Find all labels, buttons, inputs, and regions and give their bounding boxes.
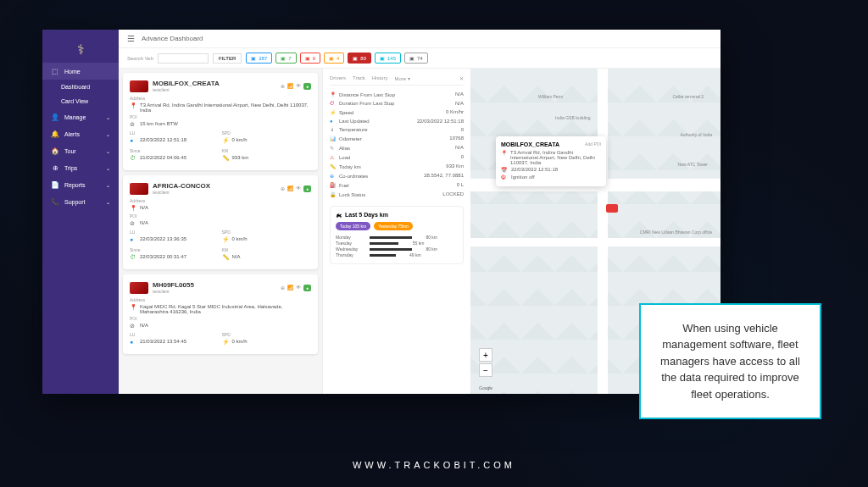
main-content: ☰ Advance Dashboard Search Veh FILTER ▣2… [119,30,721,394]
popup-status: Ignition off [511,174,535,180]
chevron-down-icon: ⌄ [106,199,110,205]
filter-button[interactable]: FILTER [213,53,242,64]
detail-tab[interactable]: More ▾ [394,75,409,81]
vehicle-marker[interactable] [606,204,618,213]
google-logo: Google [479,385,492,390]
stat-icon: ▣ [353,55,358,61]
chart-pill[interactable]: Today 105 km [336,222,370,230]
stat-pill[interactable]: ▣80 [348,53,371,64]
chart-pill[interactable]: Yesterday 75km [374,222,413,230]
detail-row: ⊕Co-ordinates28.5542, 77.0881 [330,171,464,180]
sidebar-item-support[interactable]: 📞Support⌄ [42,193,119,210]
map-label: India GSB building [555,115,590,120]
popup-title: MOBILFOX_CREATA [501,141,559,147]
signal-icon: 📶 [287,83,293,90]
stat-pill[interactable]: ▣74 [404,53,428,64]
detail-rows: 📍Distance From Last StopN/A⏱Duration Fro… [330,90,464,199]
topbar: ☰ Advance Dashboard [119,30,721,48]
detail-tab[interactable]: History [372,75,388,81]
vehicle-card[interactable]: MOBILFOX_CREATAtestclient ⊕📶👁● Address 📍… [123,73,318,170]
zoom-controls: + − [479,348,492,377]
close-icon[interactable]: ✕ [459,75,464,81]
nav-icon: ⊕ [51,163,59,172]
sidebar-item-trips[interactable]: ⊕Trips⌄ [42,159,119,176]
detail-icon: ⚠ [330,154,337,160]
detail-row: ⚠Load0 [330,152,464,162]
target-icon: ⊕ [281,83,285,90]
detail-tabs: DriversTrackHistoryMore ▾✕ [330,75,464,86]
nav-icon: 📞 [51,197,59,206]
detail-icon: ● [330,119,337,124]
chart-bars: Monday80 kmTuesday55 kmWednesday80 kmThu… [336,235,458,257]
sidebar-item-alerts[interactable]: 🔔Alerts⌄ [42,125,119,142]
vehicle-image [130,282,148,294]
vehicle-card[interactable]: AFRICA-CONCOXtestclient ⊕📶👁● Address 📍N/… [123,175,318,269]
detail-row: ⛽Fuel0 L [330,180,464,190]
detail-row: 📏Today km933 Km [330,162,464,171]
detail-icon: ⊕ [330,173,337,179]
detail-row: 🔒Lock StatusLOCKED [330,190,464,199]
sidebar-item-manage[interactable]: 👤Manage⌄ [42,108,119,125]
map-label: William Penn [538,94,563,99]
detail-row: ●Last Updated22/03/2022 12:51:18 [330,117,464,125]
vehicle-card[interactable]: MH09FL0055testclient ⊕📶👁● Address 📍Kagal… [123,274,318,354]
detail-tab[interactable]: Drivers [330,75,346,81]
sidebar-item-dashboard[interactable]: Dashboard [42,80,119,94]
chevron-down-icon: ⌄ [106,114,110,120]
pin-icon: 📍 [130,304,136,314]
vehicle-image [130,80,148,92]
chart-title: 🏍 Last 5 Days km [336,212,458,218]
power-icon: ⏻ [501,174,508,180]
zoom-out-button[interactable]: − [479,363,492,377]
search-input[interactable] [158,53,209,64]
vehicle-name: AFRICA-CONCOX [153,182,210,190]
detail-tab[interactable]: Track [353,75,365,81]
sidebar-item-reports[interactable]: 📄Reports⌄ [42,176,119,193]
add-poi-link[interactable]: Add POI [585,141,601,147]
detail-icon: ⚡ [330,109,337,115]
sidebar-item-home[interactable]: ⬚Home [42,63,119,80]
poi-icon: ⊘ [130,121,136,128]
stat-icon: ▣ [251,55,256,61]
nav-icon: 📄 [51,180,59,189]
detail-row: ⚡Speed0 Km/hr [330,108,464,117]
sidebar-item-card-view[interactable]: Card View [42,94,119,108]
stat-pill[interactable]: ▣145 [375,53,401,64]
vehicle-list: MOBILFOX_CREATAtestclient ⊕📶👁● Address 📍… [119,69,322,394]
hamburger-icon[interactable]: ☰ [127,34,135,43]
search-label: Search Veh [127,56,153,61]
sidebar-item-tour[interactable]: 🏠Tour⌄ [42,142,119,159]
nav-icon: ⬚ [51,67,59,75]
eye-icon: 👁 [296,83,301,90]
calendar-icon: 📅 [501,167,508,173]
map-popup: MOBILFOX_CREATA Add POI 📍T3 Arrival Rd, … [496,136,606,186]
filter-bar: Search Veh FILTER ▣287▣7▣6▣4▣80▣145▣74 [119,48,721,69]
app-logo: ⚕ [42,36,119,63]
map-label: CMRI New Udaan Bhawan Corp office [640,230,712,235]
chart-card: 🏍 Last 5 Days km Today 105 kmYesterday 7… [330,206,464,264]
map-label: New ATC Tower [678,162,708,167]
chevron-down-icon: ⌄ [106,148,110,154]
stat-icon: ▣ [380,55,385,61]
detail-icon: 📏 [330,163,337,169]
detail-icon: 📍 [330,91,337,97]
stat-pill[interactable]: ▣287 [246,53,272,64]
stat-pill[interactable]: ▣7 [275,53,296,64]
chart-pills: Today 105 kmYesterday 75km [336,222,458,230]
stat-pill[interactable]: ▣6 [300,53,320,64]
stat-icon: ▣ [409,55,415,61]
detail-icon: 🌡 [330,127,337,132]
detail-row: ⏱Duration From Last StopN/A [330,99,464,108]
content-area: MOBILFOX_CREATAtestclient ⊕📶👁● Address 📍… [119,69,721,394]
page-title: Advance Dashboard [142,35,203,42]
eye-icon: 👁 [296,285,301,291]
stat-pill[interactable]: ▣4 [324,53,344,64]
stat-icon: ▣ [281,55,286,61]
poi-icon: ⊘ [130,323,136,329]
nav-icon: 👤 [51,113,59,121]
zoom-in-button[interactable]: + [479,348,492,362]
detail-row: 🌡Temperature0 [330,125,464,134]
detail-icon: 🔒 [330,191,337,197]
footer-url: WWW.TRACKOBIT.COM [0,460,868,470]
detail-icon: ⏱ [330,101,337,106]
